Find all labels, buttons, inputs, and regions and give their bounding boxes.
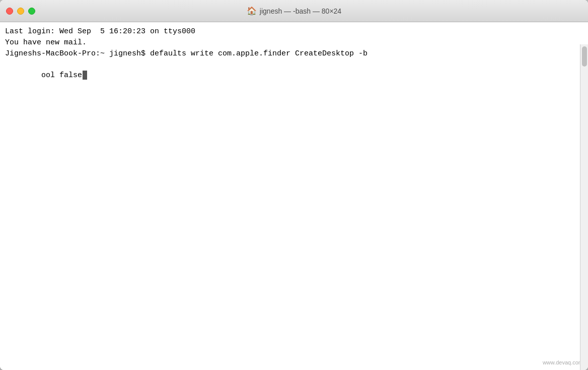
cursor — [83, 71, 87, 80]
window-title: 🏠 jignesh — -bash — 80×24 — [247, 6, 341, 16]
title-text: jignesh — -bash — 80×24 — [260, 7, 341, 15]
traffic-lights — [6, 8, 35, 15]
close-button[interactable] — [6, 8, 13, 15]
terminal-content[interactable]: Last login: Wed Sep 5 16:20:23 on ttys00… — [0, 22, 588, 370]
terminal-line-4-text: ool false — [41, 71, 82, 80]
terminal-line-2: You have new mail. — [5, 37, 583, 48]
terminal-line-1: Last login: Wed Sep 5 16:20:23 on ttys00… — [5, 26, 583, 37]
scrollbar-thumb[interactable] — [582, 46, 587, 67]
terminal-line-4: ool false — [5, 59, 583, 92]
terminal-window: 🏠 jignesh — -bash — 80×24 Last login: We… — [0, 0, 588, 370]
titlebar: 🏠 jignesh — -bash — 80×24 — [0, 0, 588, 22]
terminal-line-3: Jigneshs-MacBook-Pro:~ jignesh$ defaults… — [5, 48, 583, 59]
home-icon: 🏠 — [247, 6, 257, 16]
maximize-button[interactable] — [28, 8, 35, 15]
minimize-button[interactable] — [17, 8, 24, 15]
watermark: www.devaq.com — [543, 359, 583, 367]
scrollbar[interactable] — [580, 44, 588, 370]
